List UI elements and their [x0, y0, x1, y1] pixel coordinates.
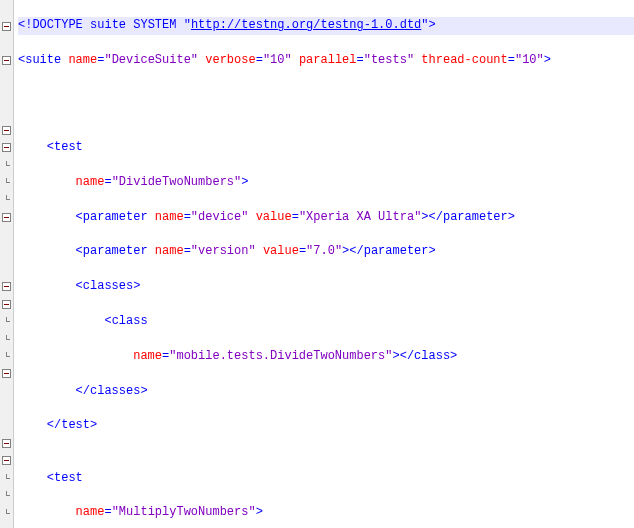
fold-icon[interactable]: [2, 56, 11, 65]
fold-icon[interactable]: [2, 282, 11, 291]
fold-icon[interactable]: [2, 22, 11, 31]
code-line[interactable]: name="mobile.tests.DivideTwoNumbers"></c…: [18, 348, 634, 365]
fold-icon[interactable]: [2, 456, 11, 465]
dtd-url[interactable]: http://testng.org/testng-1.0.dtd: [191, 18, 421, 32]
fold-gutter[interactable]: [0, 0, 14, 528]
fold-icon[interactable]: [2, 439, 11, 448]
fold-icon[interactable]: [2, 213, 11, 222]
code-line[interactable]: <class: [18, 313, 634, 330]
code-editor[interactable]: <!DOCTYPE suite SYSTEM "http://testng.or…: [14, 0, 634, 528]
code-line[interactable]: [18, 87, 634, 104]
code-line[interactable]: </classes>: [18, 383, 634, 400]
doctype-open: <!: [18, 18, 32, 32]
code-line[interactable]: <suite name="DeviceSuite" verbose="10" p…: [18, 52, 634, 69]
fold-icon[interactable]: [2, 126, 11, 135]
code-line[interactable]: <test: [18, 470, 634, 487]
code-line[interactable]: name="MultiplyTwoNumbers">: [18, 504, 634, 521]
fold-icon[interactable]: [2, 369, 11, 378]
code-line[interactable]: name="DivideTwoNumbers">: [18, 174, 634, 191]
code-line[interactable]: <!DOCTYPE suite SYSTEM "http://testng.or…: [18, 17, 634, 34]
fold-icon[interactable]: [2, 143, 11, 152]
fold-icon[interactable]: [2, 300, 11, 309]
code-line[interactable]: <test: [18, 139, 634, 156]
code-line[interactable]: <parameter name="version" value="7.0"></…: [18, 243, 634, 260]
code-line[interactable]: <classes>: [18, 278, 634, 295]
code-line[interactable]: <parameter name="device" value="Xperia X…: [18, 209, 634, 226]
code-line[interactable]: </test>: [18, 417, 634, 434]
